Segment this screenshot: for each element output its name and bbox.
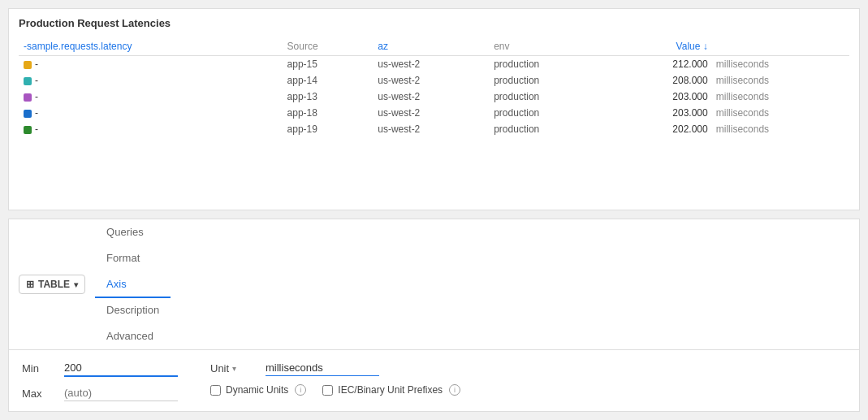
source-cell: app-19 [283,121,374,137]
min-input[interactable] [64,360,178,377]
iec-checkbox[interactable] [322,385,333,396]
unit-cell: milliseconds [713,56,849,73]
unit-cell: milliseconds [713,89,849,105]
value-cell: 212.000 [612,56,713,73]
env-cell: production [489,121,612,137]
table-view-button[interactable]: ⊞ TABLE ▾ [19,275,85,294]
checkbox-row: Dynamic Units i IEC/Binary Unit Prefixes… [210,384,460,396]
panel-title: Production Request Latencies [19,17,849,29]
iec-label: IEC/Binary Unit Prefixes [338,384,443,396]
env-cell: production [489,72,612,89]
table-row: - app-18 us-west-2 production 203.000 mi… [19,105,849,121]
source-cell: app-18 [283,105,374,121]
right-controls: Unit ▾ Dynamic Units i IEC/Binary Unit P… [210,360,460,401]
dynamic-units-label: Dynamic Units [226,384,288,396]
series-color-dot [24,93,32,102]
unit-value-input[interactable] [266,360,379,376]
col-env[interactable]: env [489,37,612,56]
metric-cell: - [19,56,283,73]
min-label: Min [22,362,54,375]
dynamic-units-checkbox[interactable] [210,385,221,396]
value-cell: 203.000 [612,89,713,105]
value-cell: 208.000 [612,72,713,89]
col-az[interactable]: az [373,37,489,56]
max-label: Max [22,388,54,400]
source-cell: app-14 [283,72,374,89]
source-cell: app-13 [283,89,374,105]
env-cell: production [489,105,612,121]
value-cell: 202.000 [612,121,713,137]
source-cell: app-15 [283,56,374,73]
tab-advanced[interactable]: Advanced [95,323,171,350]
metric-cell: - [19,121,283,137]
az-cell: us-west-2 [373,72,489,89]
series-color-dot [24,61,32,69]
data-table: -sample.requests.latency Source az env V… [19,37,849,137]
table-icon: ⊞ [26,279,34,290]
metric-cell: - [19,72,283,89]
unit-cell: milliseconds [713,121,849,137]
value-cell: 203.000 [612,105,713,121]
metric-cell: - [19,89,283,105]
unit-select[interactable]: Unit ▾ [210,362,259,375]
series-color-dot [24,77,32,85]
env-cell: production [489,89,612,105]
az-cell: us-west-2 [373,105,489,121]
dynamic-units-checkbox-label[interactable]: Dynamic Units i [210,384,306,396]
az-cell: us-west-2 [373,89,489,105]
tab-queries[interactable]: Queries [95,219,171,246]
series-color-dot [24,126,32,134]
series-color-dot [24,110,32,118]
table-row: - app-15 us-west-2 production 212.000 mi… [19,56,849,73]
table-row: - app-14 us-west-2 production 208.000 mi… [19,72,849,89]
tabs-container: QueriesFormatAxisDescriptionAdvanced [95,219,171,349]
tab-axis[interactable]: Axis [95,271,171,298]
unit-label: Unit [210,362,229,375]
unit-cell: milliseconds [713,105,849,121]
metric-cell: - [19,105,283,121]
iec-info-icon[interactable]: i [449,384,460,396]
dynamic-units-info-icon[interactable]: i [295,384,306,396]
col-source[interactable]: Source [283,37,374,56]
env-cell: production [489,56,612,73]
table-btn-label: TABLE [38,279,70,290]
max-input[interactable] [64,385,178,401]
col-value[interactable]: Value ↓ [612,37,713,56]
table-dropdown-icon: ▾ [74,280,78,289]
az-cell: us-west-2 [373,56,489,73]
table-row: - app-13 us-west-2 production 203.000 mi… [19,89,849,105]
left-controls: Min Max [22,360,178,401]
iec-checkbox-label[interactable]: IEC/Binary Unit Prefixes i [322,384,460,396]
unit-cell: milliseconds [713,72,849,89]
col-metric[interactable]: -sample.requests.latency [19,37,283,56]
tab-description[interactable]: Description [95,297,171,324]
tab-format[interactable]: Format [95,245,171,272]
table-row: - app-19 us-west-2 production 202.000 mi… [19,121,849,137]
az-cell: us-west-2 [373,121,489,137]
tabs-bar: ⊞ TABLE ▾ QueriesFormatAxisDescriptionAd… [9,219,859,350]
unit-chevron-icon: ▾ [232,364,236,373]
